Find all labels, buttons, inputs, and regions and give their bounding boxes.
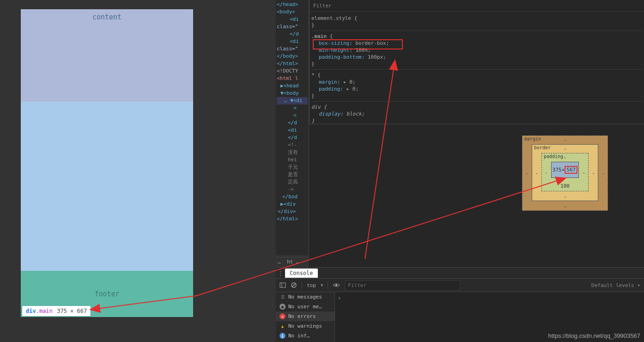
dom-line[interactable]: </bod — [277, 193, 308, 201]
sidebar-item-label: No errors — [288, 313, 316, 319]
console-tab-row: ⋮ Console — [276, 267, 644, 278]
css-property[interactable]: box-sizing: border-box; — [319, 40, 389, 46]
box-model-diagram[interactable]: margin - - - - border - - - - padding - … — [522, 135, 608, 211]
preview-pane: content footer — [21, 9, 193, 318]
tooltip-class: .main — [36, 308, 53, 314]
dom-line[interactable]: 没有 — [277, 149, 308, 156]
context-select[interactable]: top — [307, 282, 316, 288]
footer-label: footer — [94, 290, 119, 298]
sidebar-item-warnings[interactable]: ▲ No warnings — [276, 321, 334, 331]
dom-line[interactable]: </div> — [277, 208, 308, 215]
drag-handle-icon[interactable]: ⋮ — [276, 270, 285, 276]
console-prompt: › — [338, 295, 341, 301]
dom-line[interactable]: <body> — [277, 8, 308, 16]
css-property[interactable]: min-height: 100%; — [319, 47, 371, 53]
padding-bottom-value: 100 — [560, 183, 570, 189]
error-icon: ✕ — [279, 313, 286, 319]
dom-line-selected[interactable]: … ▼<di — [277, 97, 308, 104]
styles-body[interactable]: element.style { } .main { box-sizing: bo… — [310, 12, 644, 129]
rule-selector: element.style — [311, 15, 351, 21]
svg-line-3 — [292, 283, 296, 287]
dom-line[interactable]: </d — [277, 119, 308, 127]
dom-line[interactable]: </head> — [277, 1, 308, 8]
padding-label: padding — [544, 154, 563, 159]
dom-line[interactable]: 定高 — [277, 178, 308, 186]
dom-line[interactable]: class=" — [277, 45, 308, 53]
levels-select[interactable]: Default levels ▾ — [591, 282, 640, 288]
dom-line[interactable]: </html> — [277, 215, 308, 223]
eye-icon[interactable] — [333, 282, 340, 288]
dom-line[interactable]: </html> — [277, 60, 308, 67]
console-filter-input[interactable] — [345, 281, 460, 290]
rule-selector: .main — [311, 33, 327, 39]
breadcrumb-item[interactable]: ht — [287, 259, 293, 265]
dom-line[interactable]: class=" — [277, 23, 308, 31]
box-model-content[interactable]: 375 × 567 — [551, 162, 579, 178]
dom-line[interactable]: </d — [277, 134, 308, 141]
dom-line[interactable]: 是否 — [277, 171, 308, 178]
css-property[interactable]: padding-bottom: 100px; — [319, 54, 386, 60]
list-icon: ☰ — [279, 294, 286, 300]
preview-middle — [21, 102, 193, 271]
sidebar-item-user[interactable]: ● No user me… — [276, 302, 334, 311]
styles-panel: Filter element.style { } .main { box-siz… — [309, 0, 644, 124]
style-rule[interactable]: div { display: block; } — [311, 101, 642, 124]
dom-line[interactable]: <di — [277, 127, 308, 134]
info-icon: i — [279, 333, 286, 339]
css-property[interactable]: margin: ▸ 0; — [319, 79, 356, 85]
dom-line[interactable]: < — [277, 104, 308, 112]
css-property[interactable]: display: block; — [319, 111, 365, 117]
breadcrumb[interactable]: … ht … — [276, 257, 309, 266]
box-model-padding[interactable]: padding - - - 100 375 × 567 — [541, 153, 589, 191]
sidebar-item-errors[interactable]: ✕ No errors — [276, 311, 334, 321]
dom-line[interactable]: <di — [277, 38, 308, 45]
dom-line[interactable]: ▶<head — [277, 82, 308, 90]
dom-line[interactable]: <html l — [277, 75, 308, 82]
breadcrumb-item[interactable]: … — [296, 259, 299, 265]
box-model-border[interactable]: border - - - - padding - - - 100 375 × 5… — [532, 144, 598, 201]
warn-icon: ▲ — [279, 323, 286, 329]
dom-line[interactable]: hei — [277, 156, 308, 164]
sidebar-toggle-icon[interactable] — [279, 282, 286, 288]
dom-line[interactable]: <!- — [277, 141, 308, 149]
user-icon: ● — [279, 304, 286, 310]
styles-filter-row: Filter — [310, 0, 644, 12]
preview-content: content — [21, 9, 193, 102]
sidebar-item-info[interactable]: i No inf… — [276, 331, 334, 341]
sidebar-item-label: No warnings — [288, 323, 322, 329]
dom-line[interactable]: ▼<body — [277, 90, 308, 97]
dom-line[interactable]: < — [277, 112, 308, 119]
tooltip-tag: div — [26, 308, 36, 314]
style-rule[interactable]: element.style { } — [311, 15, 642, 29]
dom-line[interactable]: </d — [277, 31, 308, 38]
sidebar-item-messages[interactable]: ☰ No messages — [276, 292, 334, 302]
console-toolbar: top ▼ Default levels ▾ — [276, 278, 644, 292]
box-model-margin[interactable]: margin - - - - border - - - - padding - … — [522, 135, 608, 211]
style-rule[interactable]: * { margin: ▸ 0; padding: ▸ 0; } — [311, 69, 642, 99]
content-width: 375 — [553, 167, 562, 173]
element-tooltip: div.main 375 × 667 — [22, 306, 91, 316]
rule-selector: * — [311, 72, 315, 78]
clear-console-icon[interactable] — [291, 282, 297, 288]
dom-line[interactable]: -> — [277, 186, 308, 193]
style-rule[interactable]: .main { box-sizing: border-box; min-heig… — [311, 31, 642, 67]
dom-line[interactable]: ▶<div — [277, 201, 308, 208]
css-property[interactable]: padding: ▸ 0; — [319, 86, 358, 92]
sidebar-item-label: No inf… — [288, 333, 310, 339]
sidebar-item-label: No messages — [288, 294, 322, 300]
filter-label[interactable]: Filter — [313, 3, 332, 9]
dom-tree-panel[interactable]: </head> <body> <di class=" </d <di class… — [276, 0, 309, 255]
dom-line[interactable]: </body> — [277, 53, 308, 60]
tooltip-dims: 375 × 667 — [57, 308, 87, 314]
margin-label: margin — [524, 136, 541, 141]
console-tab[interactable]: Console — [285, 269, 318, 278]
sidebar-item-label: No user me… — [288, 304, 322, 310]
dom-line[interactable]: 子元 — [277, 164, 308, 171]
breadcrumb-item[interactable]: … — [278, 259, 281, 265]
rule-selector: div — [311, 104, 321, 110]
dom-line[interactable]: <di — [277, 16, 308, 23]
console-sidebar: ☰ No messages ● No user me… ✕ No errors … — [276, 292, 335, 342]
svg-rect-0 — [280, 283, 286, 287]
dom-line[interactable]: <!DOCTY — [277, 67, 308, 75]
watermark: https://blog.csdn.net/qq_39903567 — [548, 332, 641, 339]
